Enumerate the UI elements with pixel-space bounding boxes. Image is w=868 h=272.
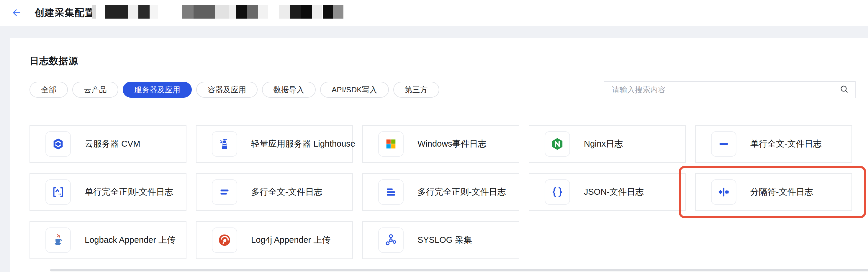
redacted-block bbox=[323, 5, 333, 19]
redacted-block bbox=[301, 5, 312, 19]
source-card-9[interactable]: 分隔符-文件日志 bbox=[695, 173, 852, 211]
logback-java-icon bbox=[51, 233, 65, 247]
redacted-block bbox=[333, 5, 343, 19]
redacted-block bbox=[92, 5, 96, 19]
source-card-8[interactable]: JSON-文件日志 bbox=[529, 173, 686, 211]
filter-tab-6[interactable]: 第三方 bbox=[393, 82, 439, 98]
filter-tab-2[interactable]: 服务器及应用 bbox=[123, 82, 192, 98]
redacted-block bbox=[236, 5, 247, 19]
back-button[interactable] bbox=[10, 6, 23, 20]
card-icon-box bbox=[45, 228, 71, 253]
source-card-11[interactable]: Log4j Appender 上传 bbox=[196, 221, 353, 259]
card-label: 轻量应用服务器 Lighthouse bbox=[251, 138, 355, 150]
source-card-4[interactable]: 单行全文-文件日志 bbox=[695, 125, 852, 163]
card-icon-box bbox=[212, 179, 237, 205]
card-label: 单行完全正则-文件日志 bbox=[85, 186, 173, 198]
windows-icon bbox=[384, 137, 398, 151]
regex-icon bbox=[51, 185, 65, 199]
redacted-block bbox=[279, 5, 290, 19]
card-icon-box bbox=[711, 131, 736, 157]
search-icon[interactable] bbox=[839, 84, 849, 95]
search-icon bbox=[839, 84, 849, 94]
nginx-icon bbox=[551, 137, 564, 151]
filter-tab-4[interactable]: 数据导入 bbox=[262, 82, 316, 98]
source-card-10[interactable]: Logback Appender 上传 bbox=[30, 221, 186, 259]
redacted-block bbox=[247, 5, 258, 19]
filter-tab-1[interactable]: 云产品 bbox=[72, 82, 118, 98]
redacted-block bbox=[258, 5, 268, 19]
toolbar: 全部云产品服务器及应用容器及应用数据导入API/SDK写入第三方 bbox=[30, 81, 856, 98]
card-label: SYSLOG 采集 bbox=[417, 234, 472, 246]
card-label: 多行完全正则-文件日志 bbox=[417, 186, 506, 198]
source-card-12[interactable]: SYSLOG 采集 bbox=[362, 221, 519, 259]
card-label: 分隔符-文件日志 bbox=[750, 186, 813, 198]
source-card-7[interactable]: 多行完全正则-文件日志 bbox=[362, 173, 519, 211]
card-label: JSON-文件日志 bbox=[584, 186, 644, 198]
card-icon-box bbox=[545, 131, 570, 157]
log4j-icon bbox=[218, 233, 231, 247]
horizontal-scrollbar[interactable] bbox=[50, 269, 868, 271]
source-card-1[interactable]: 轻量应用服务器 Lighthouse bbox=[196, 125, 353, 163]
json-icon bbox=[551, 185, 564, 199]
redacted-block bbox=[229, 5, 236, 19]
card-icon-box bbox=[378, 131, 404, 157]
card-icon-box bbox=[545, 179, 570, 205]
redacted-block bbox=[182, 5, 193, 19]
card-label: Nginx日志 bbox=[584, 138, 623, 150]
search-input[interactable] bbox=[612, 85, 839, 94]
redacted-block bbox=[193, 5, 215, 19]
arrow-left-icon bbox=[11, 7, 22, 18]
card-icon-box bbox=[45, 131, 71, 157]
content-background: 日志数据源 全部云产品服务器及应用容器及应用数据导入API/SDK写入第三方 云… bbox=[0, 26, 868, 272]
cvm-icon bbox=[51, 137, 65, 151]
redacted-block bbox=[215, 5, 229, 19]
multi-line-regex-icon bbox=[384, 185, 398, 199]
single-line-icon bbox=[717, 137, 731, 151]
source-card-2[interactable]: Windows事件日志 bbox=[362, 125, 519, 163]
redacted-block bbox=[150, 5, 158, 19]
redacted-block bbox=[105, 5, 128, 19]
redacted-block bbox=[312, 5, 322, 19]
source-card-0[interactable]: 云服务器 CVM bbox=[30, 125, 186, 163]
card-label: 云服务器 CVM bbox=[85, 138, 141, 150]
card-icon-box bbox=[212, 131, 237, 157]
card-grid: 云服务器 CVM轻量应用服务器 LighthouseWindows事件日志Ngi… bbox=[30, 125, 856, 259]
lighthouse-icon bbox=[218, 137, 231, 151]
card-label: Log4j Appender 上传 bbox=[251, 234, 331, 246]
redacted-block bbox=[290, 5, 301, 19]
filter-tab-3[interactable]: 容器及应用 bbox=[196, 82, 257, 98]
source-card-6[interactable]: 多行全文-文件日志 bbox=[196, 173, 353, 211]
source-card-5[interactable]: 单行完全正则-文件日志 bbox=[30, 173, 186, 211]
card-icon-box bbox=[711, 179, 736, 205]
search-box bbox=[603, 81, 856, 98]
card-icon-box bbox=[45, 179, 71, 205]
arrow-left-icon bbox=[11, 7, 22, 19]
filter-tabs: 全部云产品服务器及应用容器及应用数据导入API/SDK写入第三方 bbox=[30, 82, 439, 98]
card-label: Windows事件日志 bbox=[417, 138, 487, 150]
card-icon-box bbox=[378, 179, 404, 205]
filter-tab-5[interactable]: API/SDK写入 bbox=[320, 82, 389, 98]
card-icon-box bbox=[378, 228, 404, 253]
source-card-3[interactable]: Nginx日志 bbox=[529, 125, 686, 163]
delimiter-icon bbox=[717, 185, 731, 199]
card-label: Logback Appender 上传 bbox=[85, 234, 176, 246]
card-label: 多行全文-文件日志 bbox=[251, 186, 322, 198]
card-icon-box bbox=[212, 228, 237, 253]
filter-tab-0[interactable]: 全部 bbox=[30, 82, 68, 98]
section-title: 日志数据源 bbox=[30, 55, 856, 67]
redacted-block bbox=[128, 5, 138, 19]
content-panel: 日志数据源 全部云产品服务器及应用容器及应用数据导入API/SDK写入第三方 云… bbox=[10, 38, 868, 272]
page-header: 创建采集配置 bbox=[0, 0, 868, 26]
redacted-block bbox=[138, 5, 150, 19]
multi-line-icon bbox=[218, 185, 231, 199]
page-title: 创建采集配置 bbox=[34, 0, 95, 26]
card-label: 单行全文-文件日志 bbox=[750, 138, 822, 150]
syslog-icon bbox=[384, 233, 398, 247]
